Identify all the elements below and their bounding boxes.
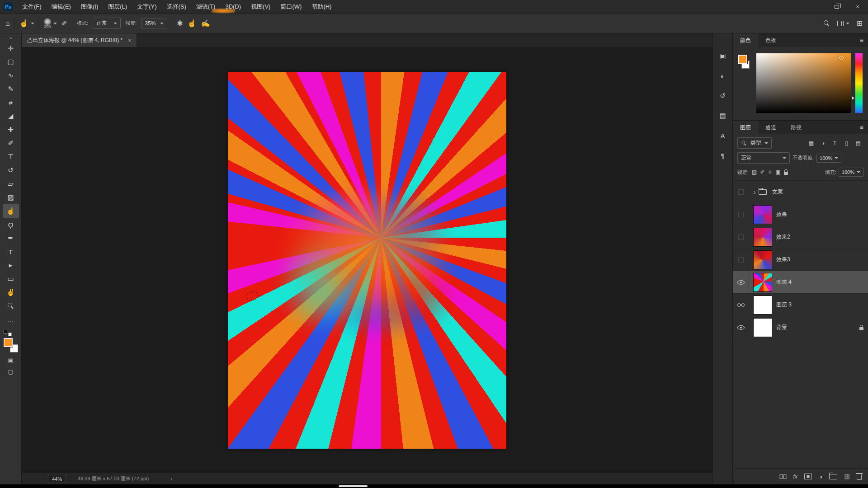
pressure-icon[interactable]: ✍ [201, 19, 210, 28]
blend-mode-select[interactable]: 正常 [93, 18, 121, 29]
document-tab[interactable]: 凸出立体海报 @ 44% (图层 4, RGB/8) * × [22, 33, 137, 47]
foreground-background-swatches[interactable] [4, 338, 18, 352]
visibility-toggle[interactable] [733, 249, 749, 271]
hue-slider-marker[interactable] [852, 96, 854, 100]
tool-preset-picker[interactable]: ☝ [19, 19, 34, 28]
restore-button[interactable] [826, 0, 847, 13]
new-group-icon[interactable] [829, 474, 837, 479]
layer-style-icon[interactable]: fx [793, 474, 797, 480]
status-chevron-icon[interactable]: › [170, 475, 172, 482]
adjustments-panel-icon[interactable]: ◐ [713, 66, 732, 86]
properties-panel-icon[interactable]: ▣ [713, 46, 732, 66]
add-mask-icon[interactable] [804, 474, 812, 479]
brush-settings-panel-icon[interactable]: ✐ [61, 19, 67, 28]
close-button[interactable]: × [847, 0, 868, 13]
tab-paths[interactable]: 路径 [783, 121, 809, 134]
layer-thumbnail[interactable] [754, 206, 772, 224]
color-picker-marker[interactable] [839, 56, 844, 60]
shape-tool[interactable]: ▭ [3, 272, 19, 286]
layer-row[interactable]: 效果 [733, 203, 868, 226]
new-layer-icon[interactable]: ⊞ [844, 473, 850, 481]
quick-mask-icon[interactable]: ▣ [8, 357, 13, 364]
layer-thumbnail[interactable] [754, 273, 772, 291]
lasso-tool[interactable]: ∿ [3, 69, 19, 82]
finger-painting-icon[interactable]: ☝ [188, 19, 197, 28]
layer-row[interactable]: 效果2 [733, 226, 868, 249]
zoom-tool[interactable] [3, 299, 19, 313]
tab-close-icon[interactable]: × [128, 37, 132, 44]
menu-edit[interactable]: 编辑(E) [47, 0, 76, 13]
visibility-toggle[interactable] [733, 316, 749, 338]
filter-type-icon[interactable]: T [830, 139, 840, 148]
visibility-toggle[interactable] [733, 181, 749, 203]
hand-tool[interactable]: ✌ [3, 286, 19, 299]
lock-artboard-icon[interactable]: ▣ [776, 169, 781, 175]
path-selection-tool[interactable]: ▸ [3, 258, 19, 272]
fill-select[interactable]: 100% [839, 168, 863, 177]
visibility-toggle[interactable] [733, 294, 749, 316]
strength-select[interactable]: 35% [141, 19, 167, 28]
history-panel-icon[interactable]: ↺ [713, 86, 732, 106]
menu-file[interactable]: 文件(F) [17, 0, 47, 13]
dodge-tool[interactable]: Ϙ [3, 218, 19, 231]
zoom-level-field[interactable]: 44% [48, 475, 66, 483]
menu-layer[interactable]: 图层(L) [103, 0, 132, 13]
menu-image[interactable]: 图像(I) [76, 0, 103, 13]
eyedropper-tool[interactable]: ◢ [3, 109, 19, 123]
type-tool[interactable]: T [3, 245, 19, 258]
layer-thumbnail[interactable] [754, 251, 772, 269]
screen-mode-icon[interactable]: ▢ [8, 368, 13, 375]
filter-smart-object-icon[interactable]: ▤ [853, 139, 863, 148]
menu-help[interactable]: 帮助(H) [307, 0, 336, 13]
clone-stamp-tool[interactable]: ⊤ [3, 150, 19, 164]
history-brush-tool[interactable]: ↺ [3, 164, 19, 177]
canvas[interactable] [22, 47, 712, 473]
sample-all-layers-icon[interactable]: ✱ [177, 19, 183, 28]
healing-brush-tool[interactable]: ✚ [3, 123, 19, 136]
tab-layers[interactable]: 图层 [733, 121, 758, 134]
foreground-color-swatch[interactable] [4, 338, 13, 347]
layer-thumbnail[interactable] [754, 296, 772, 314]
layer-row-group[interactable]: › 文案 [733, 181, 868, 203]
workspace-switcher[interactable] [837, 21, 849, 26]
character-panel-icon[interactable]: A [713, 126, 732, 145]
toolbar-collapse-icon[interactable]: » [9, 34, 12, 42]
visibility-toggle[interactable] [733, 203, 749, 225]
hue-slider[interactable] [855, 53, 863, 113]
home-icon[interactable]: ⌂ [5, 19, 10, 28]
opacity-select[interactable]: 100% [816, 154, 841, 163]
quick-selection-tool[interactable]: ✎ [3, 82, 19, 96]
move-tool[interactable]: ✛ [3, 42, 19, 55]
document-image[interactable] [228, 72, 506, 449]
filter-adjustment-icon[interactable]: ◑ [818, 139, 828, 148]
pen-tool[interactable]: ✒ [3, 231, 19, 245]
brush-tool[interactable]: ✐ [3, 136, 19, 150]
more-tools[interactable]: … [3, 313, 19, 326]
visibility-toggle[interactable] [733, 226, 749, 248]
minimize-button[interactable]: — [806, 0, 826, 13]
menu-view[interactable]: 视图(V) [246, 0, 275, 13]
layer-blend-mode-select[interactable]: 正常 [737, 152, 790, 164]
lock-image-pixels-icon[interactable]: ✐ [760, 169, 764, 175]
saturation-brightness-field[interactable] [756, 53, 851, 113]
arrange-documents-icon[interactable]: ⊞ [857, 19, 863, 28]
panel-menu-icon[interactable]: ≡ [860, 33, 868, 47]
tab-swatches[interactable]: 色板 [758, 33, 783, 47]
marquee-tool[interactable]: ▢ [3, 55, 19, 69]
default-colors-icon[interactable] [4, 330, 12, 336]
tab-color[interactable]: 颜色 [733, 33, 758, 47]
color-swatches-widget[interactable] [737, 53, 752, 113]
paragraph-panel-icon[interactable]: ¶ [713, 145, 732, 165]
crop-tool[interactable]: # [3, 96, 19, 109]
layer-row[interactable]: 效果3 [733, 249, 868, 271]
layer-row[interactable]: 图层 3 [733, 294, 868, 316]
smudge-tool[interactable]: ☝ [3, 204, 19, 218]
menu-type[interactable]: 文字(Y) [132, 0, 161, 13]
search-icon[interactable] [824, 20, 830, 27]
filter-shape-icon[interactable]: ▯ [841, 139, 852, 148]
layer-thumbnail[interactable] [754, 319, 772, 337]
actions-panel-icon[interactable]: ▤ [713, 106, 732, 126]
menu-window[interactable]: 窗口(W) [275, 0, 307, 13]
menu-select[interactable]: 选择(S) [161, 0, 191, 13]
visibility-toggle[interactable] [733, 271, 749, 293]
